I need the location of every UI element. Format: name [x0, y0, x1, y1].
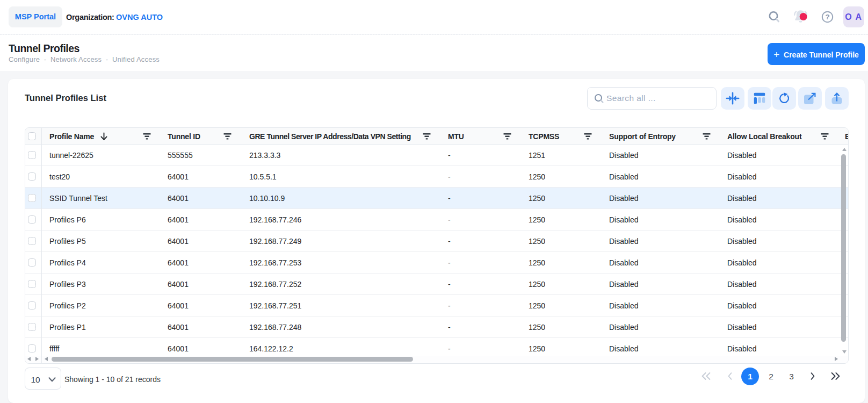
svg-text:?: ? — [825, 13, 829, 21]
